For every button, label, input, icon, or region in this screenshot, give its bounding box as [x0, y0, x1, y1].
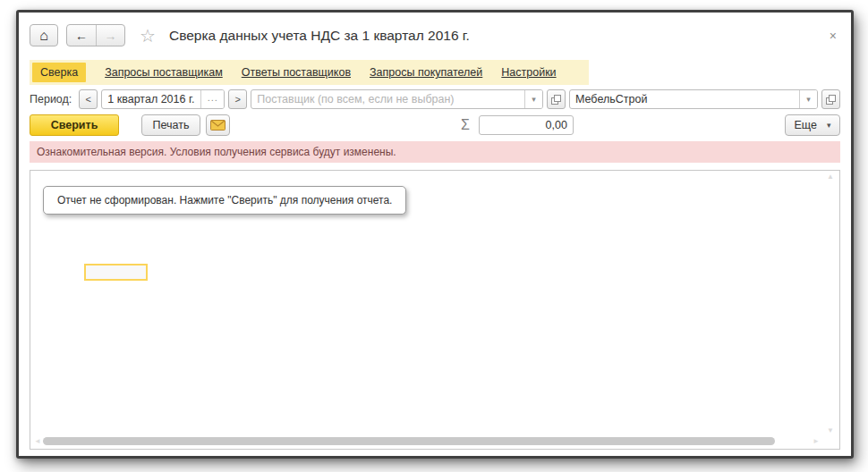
chevron-down-icon: ▾ — [827, 121, 831, 130]
tab-nastroyki[interactable]: Настройки — [501, 66, 556, 79]
scroll-down-icon[interactable]: ▼ — [827, 426, 834, 434]
envelope-icon — [210, 120, 226, 131]
tab-zaprosy-postavshchikam[interactable]: Запросы поставщикам — [105, 66, 223, 79]
tab-otvety-postavshchikov[interactable]: Ответы поставщиков — [242, 66, 351, 79]
sigma-icon: Σ — [461, 117, 470, 133]
supplier-field: ▾ — [251, 89, 543, 109]
close-icon[interactable]: × — [826, 28, 840, 44]
total-input[interactable] — [480, 116, 573, 134]
more-button[interactable]: Еще ▾ — [785, 114, 840, 136]
app-window: ⌂ ← → ☆ Сверка данных учета НДС за 1 ква… — [16, 10, 854, 459]
focused-empty-cell[interactable] — [84, 264, 148, 281]
period-prev-button[interactable]: < — [79, 89, 98, 109]
compare-button[interactable]: Сверить — [30, 114, 119, 136]
supplier-open-button[interactable] — [547, 89, 566, 109]
trial-notice-bar: Ознакомительная версия. Условия получени… — [30, 141, 840, 163]
supplier-input[interactable] — [251, 90, 524, 108]
more-label: Еще — [795, 119, 817, 131]
forward-icon: → — [105, 29, 117, 43]
scroll-left-icon[interactable]: ◄ — [32, 437, 43, 445]
back-icon: ← — [75, 29, 88, 43]
period-next-button[interactable]: > — [228, 89, 247, 109]
organization-field: ▾ — [569, 89, 818, 109]
vertical-scrollbar[interactable]: ▲ ▼ — [823, 173, 838, 434]
home-icon: ⌂ — [39, 28, 48, 44]
send-mail-button[interactable] — [206, 114, 230, 136]
filter-row: Период: < ... > ▾ ▾ — [19, 85, 851, 110]
window-header: ⌂ ← → ☆ Сверка данных учета НДС за 1 ква… — [19, 13, 851, 50]
open-list-icon — [551, 95, 561, 105]
scroll-right-icon[interactable]: ► — [811, 437, 821, 445]
period-choose-button[interactable]: ... — [200, 90, 224, 108]
organization-input[interactable] — [570, 90, 799, 108]
horizontal-scrollbar[interactable]: ◄ ► — [32, 435, 821, 446]
tab-sverka[interactable]: Сверка — [32, 63, 86, 82]
toolbar-row: Сверить Печать Σ Еще ▾ — [19, 110, 851, 136]
tabstrip-row: Сверка Запросы поставщикам Ответы постав… — [19, 50, 851, 85]
home-button[interactable]: ⌂ — [30, 24, 58, 46]
total-field — [479, 115, 574, 135]
back-button[interactable]: ← — [67, 25, 96, 46]
scroll-up-icon[interactable]: ▲ — [827, 173, 834, 181]
supplier-dropdown-icon[interactable]: ▾ — [524, 90, 542, 108]
period-input[interactable] — [102, 90, 200, 108]
trial-notice-text: Ознакомительная версия. Условия получени… — [37, 146, 396, 158]
favorite-star-icon[interactable]: ☆ — [140, 27, 156, 45]
period-field: ... — [101, 89, 225, 109]
period-label: Период: — [30, 93, 72, 105]
empty-report-message: Отчет не сформирован. Нажмите "Сверить" … — [43, 186, 406, 215]
organization-open-button[interactable] — [821, 89, 840, 109]
print-button[interactable]: Печать — [141, 114, 200, 136]
forward-button[interactable]: → — [96, 25, 124, 46]
tabstrip: Сверка Запросы поставщикам Ответы постав… — [30, 60, 589, 85]
horizontal-scrollbar-thumb[interactable] — [43, 437, 775, 445]
organization-dropdown-icon[interactable]: ▾ — [799, 90, 817, 108]
open-list-icon — [826, 95, 836, 105]
history-nav: ← → — [66, 24, 125, 46]
report-area: Отчет не сформирован. Нажмите "Сверить" … — [30, 170, 840, 450]
tab-zaprosy-pokupateley[interactable]: Запросы покупателей — [370, 66, 482, 79]
page-title: Сверка данных учета НДС за 1 квартал 201… — [169, 28, 470, 44]
